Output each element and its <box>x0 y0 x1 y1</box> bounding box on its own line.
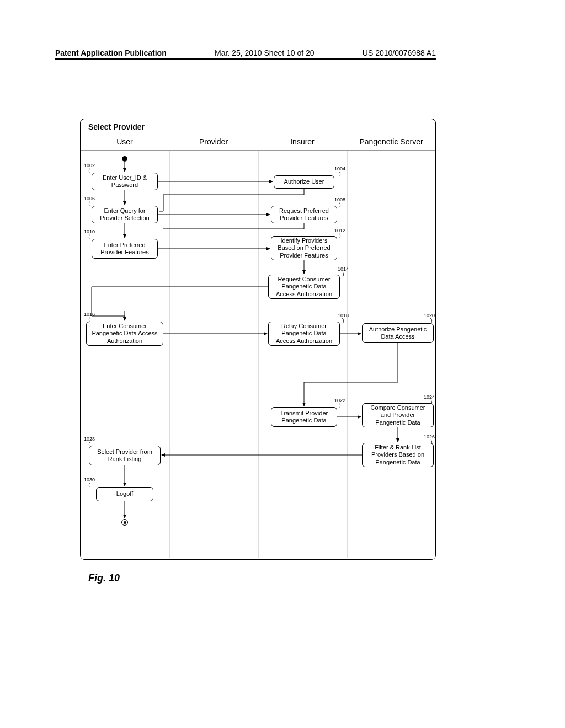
figure-caption: Fig. 10 <box>88 572 120 584</box>
box-1028: Select Provider from Rank Listing <box>89 446 161 465</box>
lane-insurer: Insurer <box>258 135 347 150</box>
ref-1004: 1004 <box>334 166 345 172</box>
swimlane-diagram: Select Provider User Provider Insurer Pa… <box>80 119 436 560</box>
header-left: Patent Application Publication <box>55 49 167 57</box>
ref-1020: 1020 <box>424 313 435 318</box>
ref-1002: 1002 <box>84 163 95 168</box>
box-1030: Logoff <box>96 487 153 501</box>
box-1004: Authorize User <box>274 175 334 189</box>
box-1026: Filter & Rank List Providers Based on Pa… <box>362 443 434 467</box>
box-1010: Enter Preferred Provider Features <box>92 239 158 259</box>
ref-1016: 1016 <box>84 312 95 317</box>
header-center: Mar. 25, 2010 Sheet 10 of 20 <box>215 49 315 57</box>
ref-1030: 1030 <box>84 477 95 483</box>
ref-1006: 1006 <box>84 196 95 201</box>
diagram-title: Select Provider <box>81 119 435 135</box>
ref-1018: 1018 <box>338 313 349 318</box>
end-node <box>121 519 128 526</box>
box-1006: Enter Query for Provider Selection <box>92 206 158 223</box>
box-1008: Request Preferred Provider Features <box>271 206 337 223</box>
ref-1012: 1012 <box>334 228 345 233</box>
page-header: Patent Application Publication Mar. 25, … <box>55 49 436 60</box>
box-1002: Enter User_ID & Password <box>92 173 158 190</box>
box-1016: Enter Consumer Pangenetic Data Access Au… <box>86 322 163 346</box>
ref-1022: 1022 <box>334 398 345 403</box>
lane-headers: User Provider Insurer Pangenetic Server <box>81 135 435 151</box>
ref-1028: 1028 <box>84 436 95 442</box>
ref-1026: 1026 <box>424 434 435 440</box>
box-1018: Relay Consumer Pangenetic Data Access Au… <box>268 322 340 346</box>
lane-provider: Provider <box>169 135 258 150</box>
box-1024: Compare Consumer and Provider Pangenetic… <box>362 403 434 427</box>
header-right: US 2010/0076988 A1 <box>363 49 436 57</box>
box-1020: Authorize Pangenetic Data Access <box>362 323 434 343</box>
lane-user: User <box>81 135 169 150</box>
diagram-body: Enter User_ID & Password Authorize User … <box>81 151 435 558</box>
ref-1024: 1024 <box>424 394 435 400</box>
ref-1008: 1008 <box>334 197 345 202</box>
ref-1014: 1014 <box>338 266 349 272</box>
ref-1010: 1010 <box>84 229 95 234</box>
diagram-title-row: Select Provider <box>81 119 435 135</box>
box-1022: Transmit Provider Pangenetic Data <box>271 407 337 427</box>
lane-pangenetic: Pangenetic Server <box>347 135 435 150</box>
box-1014: Request Consumer Pangenetic Data Access … <box>268 275 340 299</box>
box-1012: Identify Providers Based on Preferred Pr… <box>271 236 337 260</box>
start-node <box>122 156 127 162</box>
